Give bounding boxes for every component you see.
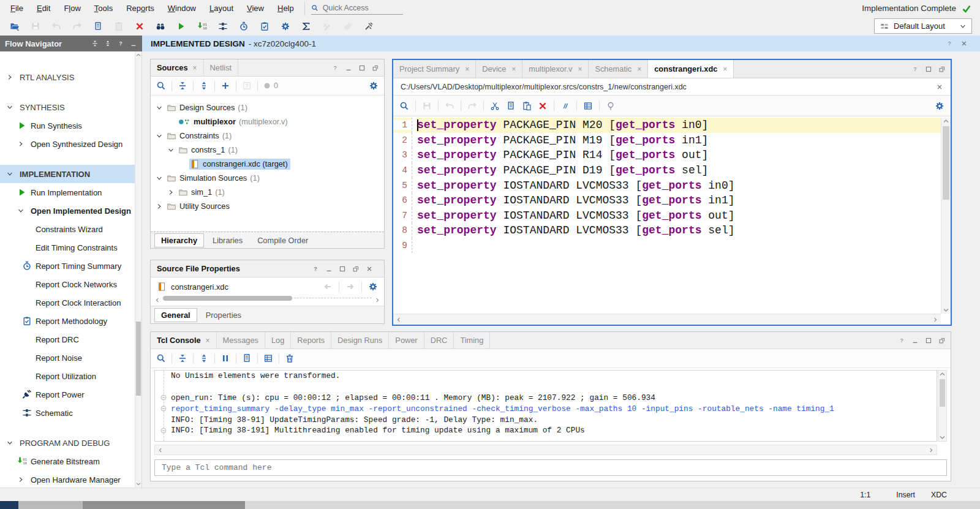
cut-icon[interactable] <box>490 101 500 111</box>
editor-vertical-scrollbar[interactable] <box>941 118 951 314</box>
code-line-4[interactable]: 4set_property PACKAGE_PIN D19 [get_ports… <box>393 163 941 178</box>
scroll-up-icon[interactable] <box>938 371 946 378</box>
scroll-left-icon[interactable] <box>396 317 402 323</box>
code-editor[interactable]: 1set_property PACKAGE_PIN M20 [get_ports… <box>393 118 941 314</box>
flownav-item-open-implemented-design[interactable]: Open Implemented Design <box>0 202 141 220</box>
float-icon[interactable] <box>352 265 360 273</box>
quick-access-search[interactable] <box>311 2 403 15</box>
tree-row-sim-1[interactable]: sim_1 (1) <box>151 185 384 199</box>
horizontal-scrollbar[interactable] <box>154 296 380 304</box>
maximize-icon[interactable] <box>358 64 366 72</box>
scroll-right-icon[interactable] <box>928 447 934 453</box>
console-output[interactable]: No Unisim elements were transformed.open… <box>154 370 937 442</box>
report-methodology-button[interactable] <box>255 18 274 34</box>
close-tab-icon[interactable]: × <box>637 65 641 74</box>
chev-d-icon[interactable] <box>156 175 163 182</box>
console-horizontal-scrollbar[interactable] <box>154 445 937 455</box>
scroll-down-icon[interactable] <box>135 480 141 488</box>
menu-window[interactable]: Window <box>161 4 203 13</box>
scroll-right-icon[interactable] <box>932 317 938 323</box>
close-tab-icon[interactable]: × <box>578 65 582 74</box>
scroll-left-icon[interactable] <box>157 447 164 453</box>
toggle-comment-icon[interactable]: // <box>560 101 570 111</box>
expand-all-icon[interactable] <box>199 353 209 363</box>
tab-power[interactable]: Power <box>389 332 424 349</box>
flownav-item-report-methodology[interactable]: Report Methodology <box>0 312 141 330</box>
scroll-down-icon[interactable] <box>938 434 946 441</box>
scroll-up-icon[interactable] <box>941 118 951 125</box>
editor-horizontal-scrollbar[interactable] <box>393 314 941 325</box>
flownav-item-report-clock-interaction[interactable]: Report Clock Interaction <box>0 293 141 312</box>
menu-reports[interactable]: Reports <box>119 4 161 13</box>
chev-r-icon[interactable] <box>167 189 175 196</box>
code-line-9[interactable]: 9 <box>393 238 941 254</box>
code-line-3[interactable]: 3set_property PACKAGE_PIN R14 [get_ports… <box>393 148 941 163</box>
close-icon[interactable] <box>366 265 373 273</box>
flownav-item-report-power[interactable]: Report Power <box>0 385 141 404</box>
search-icon[interactable] <box>156 353 166 363</box>
delete-button[interactable] <box>130 18 149 34</box>
menu-layout[interactable]: Layout <box>203 4 240 13</box>
search-icon[interactable] <box>399 101 409 111</box>
mark-probe-button[interactable] <box>359 18 378 34</box>
minimize-icon[interactable] <box>325 265 333 273</box>
menu-flow[interactable]: Flow <box>57 4 87 13</box>
delete-icon[interactable] <box>538 101 548 111</box>
scroll-up-icon[interactable] <box>135 51 141 59</box>
flownav-item-constraints-wizard[interactable]: Constraints Wizard <box>0 220 141 238</box>
paste-icon[interactable] <box>522 101 532 111</box>
tree-row-multiplexor[interactable]: multiplexor (multiplexor.v) <box>151 115 384 129</box>
tab-hierarchy[interactable]: Hierarchy <box>154 233 204 247</box>
chev-d-icon[interactable] <box>156 104 163 111</box>
tab-tcl-console[interactable]: Tcl Console× <box>151 332 217 349</box>
open-project-button[interactable] <box>5 18 24 34</box>
flownav-item-generate-bitstream[interactable]: 0110Generate Bitstream <box>0 452 141 470</box>
close-tab-icon[interactable]: × <box>511 65 516 74</box>
copy-icon[interactable] <box>506 101 516 111</box>
flownav-item-synthesis[interactable]: SYNTHESIS <box>0 98 141 116</box>
tab-libraries[interactable]: Libraries <box>206 234 249 247</box>
scrollbar-thumb[interactable] <box>943 126 949 200</box>
help-icon[interactable]: ? <box>911 66 919 73</box>
tab-drc[interactable]: DRC <box>424 332 454 349</box>
tab-design-runs[interactable]: Design Runs <box>331 332 389 349</box>
minimize-icon[interactable] <box>345 64 352 72</box>
help-icon[interactable]: ? <box>946 40 953 47</box>
tab-timing[interactable]: Timing <box>454 332 490 349</box>
tree-row-simulation-sources[interactable]: Simulation Sources (1) <box>151 171 384 185</box>
chev-d-icon[interactable] <box>156 132 163 140</box>
flownav-item-run-implementation[interactable]: Run Implementation <box>0 183 141 202</box>
maximize-icon[interactable] <box>339 265 346 273</box>
tab-device[interactable]: Device× <box>476 60 522 78</box>
scroll-left-icon[interactable] <box>154 297 160 303</box>
maximize-icon[interactable] <box>925 66 932 73</box>
search-icon[interactable] <box>156 81 166 91</box>
flownav-item-report-clock-networks[interactable]: Report Clock Networks <box>0 275 141 293</box>
code-line-7[interactable]: 7set_property IOSTANDARD LVCMOS33 [get_p… <box>393 208 941 224</box>
help-icon[interactable]: ? <box>898 337 905 344</box>
tcl-command-input[interactable] <box>160 462 941 473</box>
tab-messages[interactable]: Messages <box>217 332 265 349</box>
code-line-8[interactable]: 8set_property IOSTANDARD LVCMOS33 [get_p… <box>393 223 941 238</box>
float-icon[interactable] <box>938 337 946 344</box>
flownav-item-report-timing-summary[interactable]: Report Timing Summary <box>0 257 141 275</box>
tree-row-constrs-1[interactable]: constrs_1 (1) <box>151 143 384 157</box>
menu-tools[interactable]: Tools <box>88 4 119 13</box>
scrollbar-thumb[interactable] <box>136 322 141 396</box>
gear-icon[interactable] <box>368 282 378 292</box>
tree-row-utility-sources[interactable]: Utility Sources <box>151 199 384 213</box>
hint-icon[interactable] <box>606 101 616 111</box>
close-tab-icon[interactable]: × <box>193 64 197 72</box>
flownav-item-implementation[interactable]: IMPLEMENTATION <box>0 165 141 183</box>
find-button[interactable] <box>151 18 170 34</box>
pause-icon[interactable] <box>221 353 230 363</box>
flownav-item-schematic[interactable]: Schematic <box>0 404 141 422</box>
flownav-item-open-hardware-manager[interactable]: Open Hardware Manager <box>0 470 141 488</box>
flownav-item-report-drc[interactable]: Report DRC <box>0 330 141 349</box>
minimize-icon[interactable] <box>130 40 137 47</box>
code-line-6[interactable]: 6set_property IOSTANDARD LVCMOS33 [get_p… <box>393 193 941 208</box>
menu-edit[interactable]: Edit <box>30 4 57 13</box>
tab-sources[interactable]: Sources× <box>151 59 204 76</box>
scrollbar-thumb[interactable] <box>940 379 945 407</box>
tree-row-constraints[interactable]: Constraints (1) <box>151 129 384 143</box>
